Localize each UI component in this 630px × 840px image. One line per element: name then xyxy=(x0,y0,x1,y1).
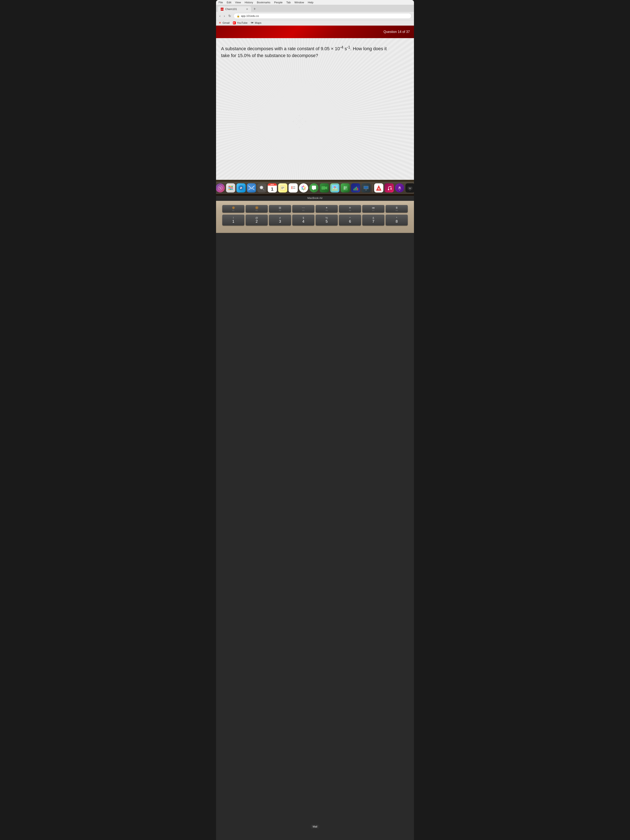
svg-point-55 xyxy=(388,189,389,190)
dock-item-appletv[interactable]: tv xyxy=(406,183,414,193)
svg-rect-45 xyxy=(357,188,358,190)
key-8-number: 8 xyxy=(396,219,398,224)
active-tab[interactable]: 101 Chem101 ✕ xyxy=(218,6,251,12)
reminders-icon xyxy=(289,183,298,193)
dock-item-facetime[interactable] xyxy=(320,183,329,193)
maps-icon: 🗺 xyxy=(251,22,254,24)
dock-item-numbers[interactable] xyxy=(341,183,350,193)
reload-button[interactable]: ↻ xyxy=(227,14,232,18)
f5-label: F5 xyxy=(325,210,327,212)
f7-label: F7 xyxy=(372,210,374,212)
dock-item-mail[interactable] xyxy=(247,183,256,193)
key-7[interactable]: & 7 xyxy=(362,215,384,226)
menu-window[interactable]: Window xyxy=(294,1,304,4)
key-3[interactable]: # 3 xyxy=(269,215,291,226)
bookmarks-bar: M Gmail YouTube 🗺 Maps xyxy=(216,20,414,25)
keynote-icon xyxy=(362,183,371,193)
svg-point-27 xyxy=(291,188,292,189)
key-f6[interactable]: ✳ F6 xyxy=(339,205,361,213)
question-header: Question 14 of 37 xyxy=(216,25,414,38)
f2-label: F2 xyxy=(256,210,257,212)
dock-item-keynote[interactable] xyxy=(362,183,371,193)
key-4[interactable]: $ 4 xyxy=(292,215,314,226)
svg-rect-34 xyxy=(332,188,338,191)
key-2[interactable]: @ 2 xyxy=(246,215,268,226)
key-f2[interactable]: 🔆 F2 xyxy=(246,205,268,213)
dock-item-launchpad[interactable] xyxy=(226,183,235,193)
youtube-label: YouTube xyxy=(237,21,248,24)
key-7-number: 7 xyxy=(372,219,374,224)
dock-item-safari[interactable] xyxy=(237,183,246,193)
maps-label: Maps xyxy=(255,21,262,24)
menu-edit[interactable]: Edit xyxy=(227,1,231,4)
dock-item-stocks[interactable] xyxy=(351,183,360,193)
menu-help[interactable]: Help xyxy=(308,1,314,4)
f1-label: F1 xyxy=(232,210,234,212)
maps-dock-icon xyxy=(330,183,339,193)
launchpad-key-icon: ⋯ xyxy=(302,206,305,209)
calendar-icon: MAR 1 xyxy=(268,183,277,193)
f8-label: F8 xyxy=(396,210,398,212)
svg-point-56 xyxy=(390,188,392,189)
dock-item-music[interactable] xyxy=(385,183,394,193)
menu-bar: File Edit View History Bookmarks People … xyxy=(216,0,414,5)
svg-point-4 xyxy=(229,187,230,188)
menu-view[interactable]: View xyxy=(235,1,241,4)
dock-item-maps[interactable] xyxy=(330,183,339,193)
key-1[interactable]: ! 1 xyxy=(222,215,245,226)
back-button[interactable]: ‹ xyxy=(218,14,221,18)
key-3-number: 3 xyxy=(279,219,281,224)
brightness-up-icon: 🔆 xyxy=(255,206,259,209)
dock-item-siri[interactable] xyxy=(216,183,225,193)
bookmark-youtube[interactable]: YouTube xyxy=(233,21,248,24)
f4-label: F4 xyxy=(302,210,304,212)
dock-item-spotlight[interactable] xyxy=(257,183,267,193)
key-f1[interactable]: 🔅 F1 xyxy=(222,205,245,213)
menu-tab[interactable]: Tab xyxy=(286,1,291,4)
menu-people[interactable]: People xyxy=(274,1,283,4)
url-text: app.101edu.co xyxy=(241,14,259,17)
menu-history[interactable]: History xyxy=(245,1,253,4)
key-6-number: 6 xyxy=(349,219,351,224)
svg-rect-61 xyxy=(409,190,411,190)
url-box[interactable]: 🔒 app.101edu.co xyxy=(234,13,412,19)
bookmark-gmail[interactable]: M Gmail xyxy=(218,21,230,24)
new-tab-button[interactable]: + xyxy=(252,6,257,12)
key-6[interactable]: ^ 6 xyxy=(339,215,361,226)
key-1-number: 1 xyxy=(232,219,234,224)
key-8-symbol: * xyxy=(396,216,397,219)
question-body: A substance decomposes with a rate const… xyxy=(216,38,414,180)
dock-item-podcasts[interactable] xyxy=(395,183,404,193)
key-f4[interactable]: ⋯ F4 xyxy=(292,205,314,213)
key-2-number: 2 xyxy=(256,219,258,224)
gmail-label: Gmail xyxy=(223,21,230,24)
svg-point-2 xyxy=(230,186,231,187)
content-area: Question 14 of 37 A substance decomposes… xyxy=(216,25,414,180)
dock-separator xyxy=(372,184,373,193)
dock-item-calendar[interactable]: MAR 1 xyxy=(268,183,277,193)
key-f8[interactable]: ⏸ F8 xyxy=(385,205,408,213)
key-5[interactable]: % 5 xyxy=(316,215,338,226)
dock-item-notes[interactable] xyxy=(278,183,287,193)
svg-line-52 xyxy=(388,186,391,187)
key-8[interactable]: * 8 xyxy=(385,215,408,226)
key-f7[interactable]: ⏮ F7 xyxy=(362,205,384,213)
tab-bar: 101 Chem101 ✕ + xyxy=(216,5,414,12)
menu-file[interactable]: File xyxy=(218,1,223,4)
f6-label: F6 xyxy=(349,210,351,212)
dock-item-reminders[interactable] xyxy=(289,183,298,193)
dock-item-photos[interactable] xyxy=(299,183,308,193)
dock-item-news[interactable]: N xyxy=(374,183,383,193)
bookmark-maps[interactable]: 🗺 Maps xyxy=(251,21,262,24)
menu-bookmarks[interactable]: Bookmarks xyxy=(257,1,270,4)
tab-close-button[interactable]: ✕ xyxy=(246,8,248,11)
key-f5[interactable]: ✴ F5 xyxy=(316,205,338,213)
f3-label: F3 xyxy=(279,210,281,212)
forward-button[interactable]: › xyxy=(223,14,226,18)
dock-item-messages[interactable] xyxy=(309,183,319,193)
key-f3[interactable]: ⊞ F3 xyxy=(269,205,291,213)
calendar-date: 1 xyxy=(268,186,277,193)
stocks-icon xyxy=(351,183,360,193)
svg-point-20 xyxy=(261,186,262,188)
svg-rect-39 xyxy=(344,188,347,188)
